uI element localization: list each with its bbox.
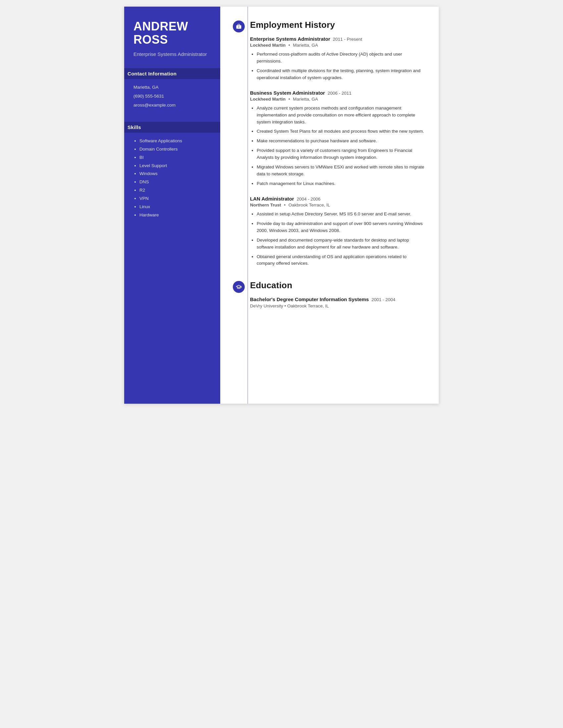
job-company: Lockheed Martin • Marietta, GA [250, 97, 424, 102]
sidebar: ANDREW ROSS Enterprise Systems Administr… [124, 7, 220, 404]
education-section: Education Bachelor's Degree Computer Inf… [237, 280, 424, 308]
resume-container: ANDREW ROSS Enterprise Systems Administr… [124, 7, 439, 404]
job-bullet: Provided support to a variety of custome… [257, 147, 424, 161]
skills-section-header: Skills [124, 122, 220, 133]
education-item: Bachelor's Degree Computer Information S… [250, 296, 424, 308]
job-bullet: Make recommendations to purchase hardwar… [257, 138, 424, 145]
job-title: Business System Administrator [250, 90, 325, 96]
job-header: LAN Administrator2004 - 2006 [250, 196, 424, 202]
name-line1: ANDREW [133, 20, 188, 33]
employment-icon [233, 21, 245, 32]
skill-item: Linux [139, 204, 211, 210]
job-header: Business System Administrator2006 - 2011 [250, 90, 424, 96]
job-bullets: Performed cross-platform audits of Activ… [250, 51, 424, 81]
contact-section-header: Contact Information [124, 68, 220, 79]
employment-section: Employment History Enterprise Systems Ad… [237, 20, 424, 267]
education-icon [233, 281, 245, 293]
job-company: Lockheed Martin • Marietta, GA [250, 43, 424, 48]
job-item: LAN Administrator2004 - 2006Northern Tru… [250, 196, 424, 267]
job-dates: 2011 - Present [333, 37, 362, 42]
job-dates: 2006 - 2011 [328, 91, 352, 96]
candidate-title: Enterprise Systems Administrator [133, 51, 211, 58]
job-bullet: Developed and documented company-wide st… [257, 237, 424, 251]
edu-degree: Bachelor's Degree Computer Information S… [250, 296, 369, 302]
jobs-container: Enterprise Systems Administrator2011 - P… [250, 36, 424, 267]
education-container: Bachelor's Degree Computer Information S… [250, 296, 424, 308]
edu-school: DeVry University • Oakbrook Terrace, IL [250, 303, 424, 308]
skill-item: Hardware [139, 212, 211, 218]
job-bullet: Migrated Windows servers to VMWare ESXi … [257, 164, 424, 178]
education-title: Education [250, 280, 424, 291]
skills-list: Software ApplicationsDomain ControllersB… [133, 138, 211, 218]
job-company: Northern Trust • Oakbrook Terrace, IL [250, 203, 424, 207]
edu-dates: 2001 - 2004 [372, 297, 396, 302]
skill-item: Level Support [139, 163, 211, 169]
skill-item: Domain Controllers [139, 146, 211, 153]
education-content: Education Bachelor's Degree Computer Inf… [250, 280, 424, 308]
skill-item: VPN [139, 196, 211, 202]
job-bullet: Created System Test Plans for all module… [257, 128, 424, 135]
job-bullet: Assisted in setup Active Directory Serve… [257, 211, 424, 218]
job-item: Enterprise Systems Administrator2011 - P… [250, 36, 424, 81]
job-header: Enterprise Systems Administrator2011 - P… [250, 36, 424, 42]
contact-phone: (690) 555-5631 [133, 93, 211, 100]
job-dates: 2004 - 2006 [297, 197, 321, 202]
job-title: Enterprise Systems Administrator [250, 36, 330, 42]
skill-item: Software Applications [139, 138, 211, 144]
job-title: LAN Administrator [250, 196, 294, 202]
contact-email: aross@example.com [133, 102, 211, 109]
contact-location: Marietta, GA [133, 84, 211, 91]
candidate-name: ANDREW ROSS [133, 20, 211, 46]
job-bullets: Analyze current system process methods a… [250, 105, 424, 187]
job-bullet: Performed cross-platform audits of Activ… [257, 51, 424, 65]
skill-item: R2 [139, 187, 211, 194]
skills-section: Skills Software ApplicationsDomain Contr… [133, 122, 211, 220]
skill-item: Windows [139, 171, 211, 177]
job-bullet: Coordinated with multiple divisions for … [257, 68, 424, 81]
job-bullet: Obtained general understanding of OS and… [257, 253, 424, 267]
name-line2: ROSS [133, 33, 168, 46]
job-bullet: Analyze current system process methods a… [257, 105, 424, 126]
job-bullet: Provide day to day administration and su… [257, 220, 424, 234]
employment-content: Employment History Enterprise Systems Ad… [250, 20, 424, 267]
skill-item: BI [139, 155, 211, 161]
skill-item: DNS [139, 179, 211, 185]
job-bullets: Assisted in setup Active Directory Serve… [250, 211, 424, 267]
employment-title: Employment History [250, 20, 424, 30]
main-content: Employment History Enterprise Systems Ad… [220, 7, 439, 404]
job-bullet: Patch management for Linux machines. [257, 180, 424, 187]
job-item: Business System Administrator2006 - 2011… [250, 90, 424, 187]
edu-header: Bachelor's Degree Computer Information S… [250, 296, 424, 302]
